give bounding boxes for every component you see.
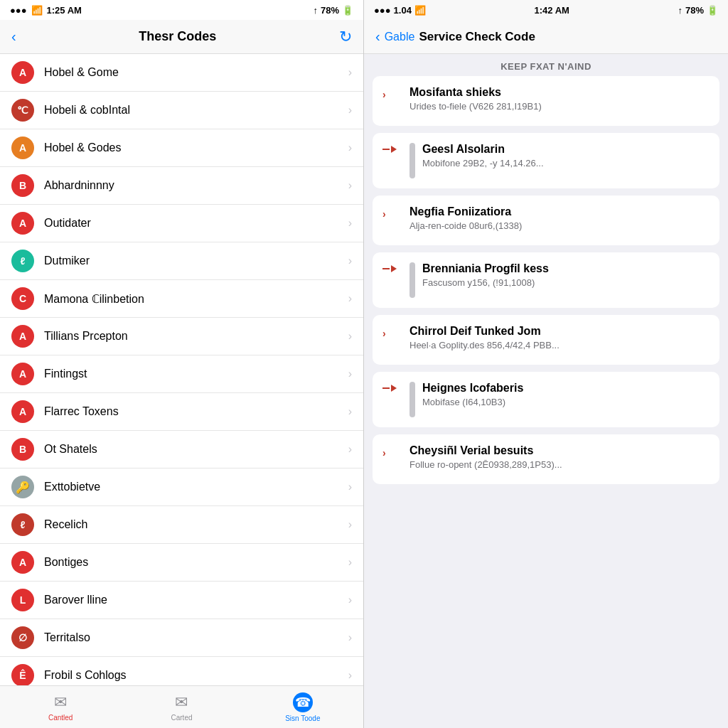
cantled-label: Cantled [48, 714, 73, 722]
list-item-name: Fintingst [44, 368, 348, 380]
list-item-name: Dutmiker [44, 255, 348, 267]
avatar: A [11, 61, 34, 84]
back-text-right[interactable]: Gable [385, 31, 415, 43]
chevron-right-icon: › [348, 518, 352, 531]
right-item-subtitle: Heel·a Goplity.des 856,4/42,4 PBB... [410, 340, 710, 350]
arrow-indicator [382, 262, 402, 272]
list-item-name: Frobil s Cohlogs [44, 669, 348, 682]
list-item[interactable]: ÊFrobil s Cohlogs› [0, 657, 363, 685]
list-item-name: Bontiges [44, 556, 348, 569]
avatar: Ê [11, 664, 34, 685]
chevron-right-icon: › [348, 669, 352, 682]
avatar: 🔑 [11, 476, 34, 498]
arrow-right-icon [382, 385, 397, 392]
right-list-item[interactable]: ›Mosifanta shieksUrides to-fiele (V626 2… [373, 76, 719, 126]
back-button-right[interactable]: ‹ [375, 28, 380, 45]
right-item-content: Heignes IcofaberisMobifase (I64,10B3) [422, 382, 710, 407]
right-item-title: Mosifanta shieks [410, 86, 710, 99]
arrow-right-status: ↑ [678, 5, 682, 16]
nav-bar-right: ‹ Gable Service Check Code [364, 20, 728, 54]
list-item-name: Exttobietve [44, 481, 348, 493]
nav-bar-left: ‹ Thesr Codes ↻ [0, 20, 363, 54]
chevron-right-icon: › [348, 405, 352, 418]
right-item-title: Geesl Alsolarin [422, 143, 710, 156]
arrow-indicator [382, 382, 402, 392]
list-item[interactable]: AFintingst› [0, 355, 363, 393]
list-item-name: Outidater [44, 217, 348, 230]
list-item[interactable]: AFlarrec Toxens› [0, 393, 363, 431]
list-item[interactable]: BAbhardninnny› [0, 167, 363, 205]
chevron-right-icon: › [348, 292, 352, 305]
list-item[interactable]: LBarover lline› [0, 582, 363, 619]
list-item[interactable]: AHobel & Gome› [0, 54, 363, 92]
right-list-item[interactable]: ›Chirrol Deif Tunked JomHeel·a Goplity.d… [373, 315, 719, 365]
list-item-name: Hobel & Godes [44, 141, 348, 154]
avatar: ℃ [11, 99, 34, 122]
list-item[interactable]: CMamona ℂilinbetion› [0, 280, 363, 318]
right-list-item[interactable]: ›Cheysiñl Verial besuitsFollue ro-opent … [373, 434, 719, 484]
refresh-icon-left[interactable]: ↻ [339, 28, 352, 46]
tab-sisn-toode[interactable]: ☎ Sisn Toode [242, 686, 363, 728]
right-card: ›Cheysiñl Verial besuitsFollue ro-opent … [373, 434, 719, 484]
list-item[interactable]: AHobel & Godes› [0, 129, 363, 167]
arrow-right-icon [382, 265, 397, 272]
right-list-item[interactable]: Geesl AlsolarinMobifone 29B2, -y 14,14.2… [373, 133, 719, 188]
battery-left: 78% [321, 5, 339, 16]
right-item-content: Mosifanta shieksUrides to-fiele (V626 28… [410, 86, 710, 112]
list-item-name: Territalso [44, 631, 348, 644]
avatar: A [11, 325, 34, 348]
list-item[interactable]: AOutidater› [0, 205, 363, 242]
right-item-title: Heignes Icofaberis [422, 382, 710, 395]
right-list-item[interactable]: Brenniania Progfil kessFascusom y156, (!… [373, 252, 719, 308]
right-card: ›Negfia FoniizatioraAlja-ren-coide 08ur6… [373, 196, 719, 245]
chevron-right-icon: › [348, 217, 352, 230]
right-item-title: Cheysiñl Verial besuits [410, 444, 710, 457]
tab-bar-left: ✉ Cantled ✉ Carted ☎ Sisn Toode [0, 685, 363, 728]
chevron-right-icon: › [382, 89, 386, 100]
battery-icon-left: 🔋 [342, 5, 353, 16]
signal-dots-left: ●●● [10, 5, 27, 16]
avatar: A [11, 400, 34, 423]
wifi-icon-right: 📶 [414, 5, 426, 16]
list-item[interactable]: BOt Shatels› [0, 431, 363, 469]
avatar: C [11, 287, 34, 310]
left-panel: ●●● 📶 1:25 AM ↑ 78% 🔋 ‹ Thesr Codes ↻ AH… [0, 0, 364, 728]
nav-title-left: Thesr Codes [139, 29, 216, 44]
status-bar-left: ●●● 📶 1:25 AM ↑ 78% 🔋 [0, 0, 363, 20]
tab-carted[interactable]: ✉ Carted [121, 686, 242, 728]
tab-cantled[interactable]: ✉ Cantled [0, 686, 121, 728]
list-item-name: Barover lline [44, 594, 348, 606]
list-item[interactable]: ℓRecelich› [0, 506, 363, 544]
list-item[interactable]: ℃Hobeli & cobIntal› [0, 92, 363, 129]
battery-icon-right: 🔋 [707, 5, 718, 16]
arrow-indicator [382, 143, 402, 153]
list-item[interactable]: ∅Territalso› [0, 619, 363, 657]
list-item[interactable]: ABontiges› [0, 544, 363, 582]
avatar: L [11, 589, 34, 611]
back-button-left[interactable]: ‹ [11, 28, 16, 45]
right-list-item[interactable]: Heignes IcofaberisMobifase (I64,10B3) [373, 372, 719, 427]
right-item-subtitle: Follue ro-opent (2Ē0938,289,1P53)... [410, 459, 710, 470]
right-card: ›Mosifanta shieksUrides to-fiele (V626 2… [373, 76, 719, 126]
list-item[interactable]: 🔑Exttobietve› [0, 469, 363, 506]
right-item-subtitle: Mobifone 29B2, -y 14,14.26... [422, 158, 710, 168]
list-item-name: Mamona ℂilinbetion [44, 292, 348, 306]
chevron-right-icon: › [348, 481, 352, 493]
sisn-toode-icon: ☎ [293, 692, 313, 712]
list-item[interactable]: ℓDutmiker› [0, 242, 363, 280]
right-item-subtitle: Fascusom y156, (!91,1008) [422, 277, 710, 288]
sisn-toode-label: Sisn Toode [285, 714, 320, 722]
signal-dots-right: ●●● [374, 5, 391, 16]
list-item[interactable]: ATillians Prcepton› [0, 318, 363, 355]
carted-label: Carted [171, 714, 192, 722]
chevron-indicator: › [382, 205, 402, 220]
chevron-right-icon: › [348, 443, 352, 456]
list-item-name: Ot Shatels [44, 443, 348, 456]
right-list-item[interactable]: ›Negfia FoniizatioraAlja-ren-coide 08ur6… [373, 196, 719, 245]
right-item-content: Cheysiñl Verial besuitsFollue ro-opent (… [410, 444, 710, 470]
arrow-line [382, 387, 390, 389]
chevron-right-icon: › [348, 368, 352, 380]
avatar: A [11, 363, 34, 385]
carted-icon: ✉ [175, 693, 188, 712]
right-card: Geesl AlsolarinMobifone 29B2, -y 14,14.2… [373, 133, 719, 188]
